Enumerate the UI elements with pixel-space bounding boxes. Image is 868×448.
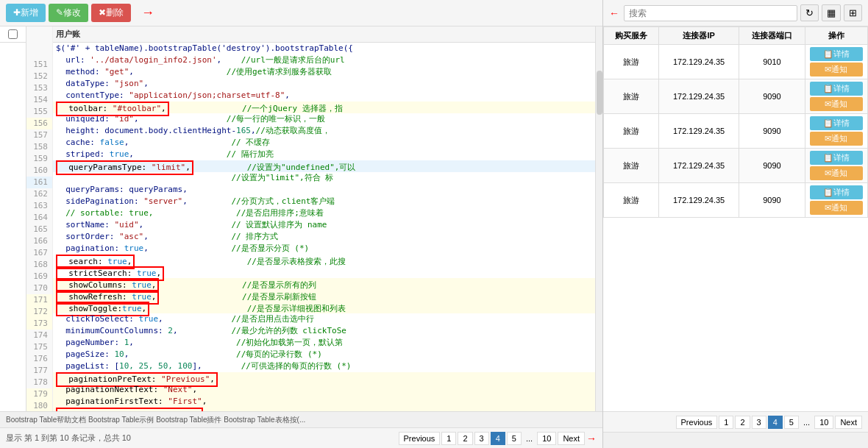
checkbox-column [0, 26, 26, 411]
notify-btn[interactable]: ✉通知 [810, 166, 863, 180]
action-cell: 📋详情 ✉通知 [805, 149, 867, 183]
page-3-btn[interactable]: 3 [474, 432, 489, 445]
action-cell: 📋详情 ✉通知 [805, 183, 867, 218]
toolbar: ✚新增 ✎修改 ✖删除 → [0, 0, 602, 26]
service-cell: 旅游 [604, 114, 659, 149]
r-page-2-btn[interactable]: 2 [735, 416, 750, 429]
code-line-171: showColumns: true, //是否显示所有的列 [53, 278, 602, 290]
code-lines: 用户账 $('#' + tableName).bootstrapTable('d… [53, 26, 602, 411]
search-input[interactable] [624, 5, 797, 21]
port-cell: 9090 [739, 149, 805, 183]
refresh-btn[interactable]: ↻ [800, 4, 819, 21]
r-page-10-btn[interactable]: 10 [814, 416, 833, 429]
code-line-167: sortOrder: "asc", // 排序方式 [53, 231, 602, 243]
code-line-175: minimumCountColumns: 2, //最少允许的列数 clickT… [53, 325, 602, 337]
detail-btn[interactable]: 📋详情 [810, 47, 863, 61]
line-154: 154 [26, 94, 52, 106]
code-line-180: paginationNextText: "Next", [53, 384, 602, 396]
line-179: 179 [26, 388, 52, 400]
pagination-status: 显示 第 1 到第 10 条记录，总共 10 [6, 433, 131, 444]
port-cell: 9090 [739, 183, 805, 218]
port-cell: 9010 [739, 45, 805, 79]
code-editor: 151 152 153 154 155 156 157 158 159 160 … [0, 26, 602, 411]
line-169: 169 [26, 271, 52, 282]
r-page-3-btn[interactable]: 3 [752, 416, 766, 429]
line-173: 173 [26, 318, 52, 330]
line-175: 175 [26, 341, 52, 353]
notify-btn[interactable]: ✉通知 [810, 201, 863, 215]
port-cell: 9090 [739, 79, 805, 114]
ip-cell: 172.129.24.35 [658, 183, 739, 218]
view2-btn[interactable]: ⊞ [844, 4, 862, 21]
detail-btn[interactable]: 📋详情 [810, 116, 863, 130]
line-170: 170 [26, 282, 52, 294]
line-171: 171 [26, 294, 52, 306]
bottom-status-text: Bootstrap Table帮助文档 Bootstrap Table示例 Bo… [6, 415, 305, 425]
code-line-165: // sortable: true, //是否启用排序;意味着 [53, 207, 602, 219]
line-numbers: 151 152 153 154 155 156 157 158 159 160 … [26, 26, 53, 411]
view1-btn[interactable]: ▦ [822, 4, 841, 21]
r-page-4-btn[interactable]: 4 [768, 416, 783, 429]
notify-btn[interactable]: ✉通知 [810, 63, 863, 77]
right-panel: ← ↻ ▦ ⊞ 购买服务 连接器IP 连接器端口 操作 [603, 0, 868, 448]
page-10-btn[interactable]: 10 [537, 432, 556, 445]
notify-btn[interactable]: ✉通知 [810, 132, 863, 146]
table-row: 旅游 172.129.24.35 9090 📋详情 ✉通知 [604, 114, 868, 149]
pagination-controls: Previous 1 2 3 4 5 ... 10 Next → [399, 432, 597, 445]
delete-button[interactable]: ✖删除 [91, 4, 131, 22]
action-cell: 📋详情 ✉通知 [805, 79, 867, 114]
left-pagination-row: 显示 第 1 到第 10 条记录，总共 10 Previous 1 2 3 4 … [0, 427, 602, 448]
line-176: 176 [26, 353, 52, 365]
line-158: 158 [26, 141, 52, 153]
detail-btn[interactable]: 📋详情 [810, 151, 863, 165]
prev-page-btn[interactable]: Previous [399, 432, 441, 445]
code-line-151: $('#' + tableName).bootstrapTable('destr… [53, 43, 602, 54]
code-line-179: paginationPreText: "Previous", [53, 372, 602, 384]
col-action-header: 操作 [805, 27, 867, 45]
code-line-173: showToggle:true, //是否显示详细视图和列表 [53, 302, 602, 313]
code-line-160: striped: true, // 隔行加亮 [53, 149, 602, 160]
page-2-btn[interactable]: 2 [458, 432, 472, 445]
next-page-btn[interactable]: Next [558, 432, 585, 445]
page-1-btn[interactable]: 1 [441, 432, 456, 445]
code-line-155: contentType: "application/json;charset=u… [53, 90, 602, 102]
line-167: 167 [26, 247, 52, 259]
detail-btn[interactable]: 📋详情 [810, 185, 863, 199]
main-container: ✚新增 ✎修改 ✖删除 → [0, 0, 868, 448]
ip-cell: 172.129.24.35 [658, 45, 739, 79]
code-line-166: sortName: "uid", // 设置默认排序为 name [53, 219, 602, 231]
code-line-178: pageList: [10, 25, 50, 100], //可供选择的每页的行… [53, 360, 602, 372]
code-line-172: showRefresh: true, //是否显示刷新按钮 [53, 290, 602, 302]
select-all-checkbox[interactable] [8, 29, 18, 39]
vertical-scrollbar[interactable] [595, 26, 602, 411]
table-row: 旅游 172.129.24.35 9090 📋详情 ✉通知 [604, 79, 868, 114]
service-cell: 旅游 [604, 149, 659, 183]
line-159: 159 [26, 153, 52, 165]
r-page-5-btn[interactable]: 5 [784, 416, 799, 429]
line-166: 166 [26, 235, 52, 247]
r-prev-btn[interactable]: Previous [676, 416, 718, 429]
r-page-1-btn[interactable]: 1 [719, 416, 733, 429]
page-ellipsis: ... [523, 433, 536, 444]
page-5-btn[interactable]: 5 [507, 432, 522, 445]
r-next-btn[interactable]: Next [835, 416, 862, 429]
scrollbar-thumb[interactable] [597, 71, 602, 115]
action-cell: 📋详情 ✉通知 [805, 114, 867, 149]
detail-btn[interactable]: 📋详情 [810, 82, 863, 96]
service-cell: 旅游 [604, 45, 659, 79]
line-178: 178 [26, 377, 52, 388]
add-button[interactable]: ✚新增 [6, 4, 46, 22]
table-row: 旅游 172.129.24.35 9090 📋详情 ✉通知 [604, 149, 868, 183]
code-line-176: pageNumber: 1, //初始化加载第一页，默认第 [53, 337, 602, 349]
ip-cell: 172.129.24.35 [658, 79, 739, 114]
page-4-btn[interactable]: 4 [491, 432, 505, 445]
line-156: 156 [26, 118, 52, 129]
right-table: 购买服务 连接器IP 连接器端口 操作 旅游 172.129.24.35 901… [603, 26, 868, 411]
code-line-169: search: true, //是否显示表格搜索，此搜 [53, 255, 602, 266]
service-cell: 旅游 [604, 79, 659, 114]
line-162: 162 [26, 188, 52, 200]
user-column-header: 用户账 [53, 26, 602, 43]
edit-button[interactable]: ✎修改 [49, 4, 88, 22]
line-177: 177 [26, 365, 52, 377]
notify-btn[interactable]: ✉通知 [810, 97, 863, 111]
